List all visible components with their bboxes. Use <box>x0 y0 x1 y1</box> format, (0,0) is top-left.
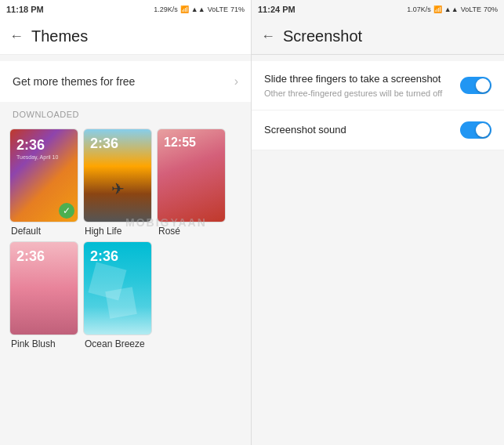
right-time: 11:24 PM <box>258 5 296 14</box>
plane-icon: ✈ <box>111 179 125 198</box>
wifi-icon-left: 📶 <box>180 5 189 13</box>
themes-grid: ✓ Default ✈ High Life Rosé Pink Blush <box>0 124 251 354</box>
theme-item-highlife[interactable]: ✈ High Life <box>83 128 152 237</box>
settings-list: Slide three fingers to take a screenshot… <box>252 61 504 150</box>
page-title-left: Themes <box>31 27 88 45</box>
volte-left: VoLTE <box>208 5 228 13</box>
signal-icon-left: ▲▲ <box>191 5 205 13</box>
theme-item-rose[interactable]: Rosé <box>157 128 226 237</box>
get-more-label: Get more themes for free <box>13 75 135 88</box>
theme-thumb-default: ✓ <box>9 128 78 222</box>
setting-text-screenshot-sound: Screenshot sound <box>264 123 460 137</box>
theme-check-default: ✓ <box>59 203 74 219</box>
setting-title-three-finger: Slide three fingers to take a screenshot <box>264 72 451 86</box>
theme-name-rose: Rosé <box>157 226 180 237</box>
setting-title-screenshot-sound: Screenshot sound <box>264 123 451 137</box>
theme-name-oceanbreeze: Ocean Breeze <box>83 338 145 349</box>
section-label-downloaded: DOWNLOADED <box>0 102 251 124</box>
theme-thumb-pinkblush <box>9 241 78 335</box>
status-bar-left: 11:18 PM 1.29K/s 📶 ▲▲ VoLTE 71% <box>0 0 251 19</box>
theme-thumb-rose <box>157 128 226 222</box>
theme-thumb-highlife: ✈ <box>83 128 152 222</box>
setting-row-screenshot-sound[interactable]: Screenshot sound <box>252 110 504 150</box>
back-button-right[interactable]: ← <box>261 28 275 45</box>
wifi-icon-right: 📶 <box>433 5 442 13</box>
header-right: ← Screenshot <box>252 19 504 55</box>
status-bar-right: 11:24 PM 1.07K/s 📶 ▲▲ VoLTE 70% <box>252 0 504 19</box>
volte-right: VoLTE <box>461 5 481 13</box>
get-more-themes-row[interactable]: Get more themes for free › <box>0 61 251 102</box>
toggle-screenshot-sound[interactable] <box>460 121 491 139</box>
left-panel: 11:18 PM 1.29K/s 📶 ▲▲ VoLTE 71% ← Themes… <box>0 0 252 445</box>
battery-left: 71% <box>230 5 245 13</box>
page-title-right: Screenshot <box>283 27 362 45</box>
theme-name-pinkblush: Pink Blush <box>9 338 56 349</box>
left-status-icons: 1.29K/s 📶 ▲▲ VoLTE 71% <box>154 5 245 13</box>
theme-name-default: Default <box>9 226 41 237</box>
right-status-icons: 1.07K/s 📶 ▲▲ VoLTE 70% <box>407 5 498 13</box>
network-speed-right: 1.07K/s <box>407 5 431 13</box>
theme-thumb-oceanbreeze <box>83 241 152 335</box>
signal-icon-right: ▲▲ <box>444 5 459 13</box>
setting-text-three-finger: Slide three fingers to take a screenshot… <box>264 72 460 99</box>
header-left: ← Themes <box>0 19 251 55</box>
toggle-three-finger[interactable] <box>460 77 491 94</box>
right-panel: 11:24 PM 1.07K/s 📶 ▲▲ VoLTE 70% ← Screen… <box>252 0 504 445</box>
theme-item-oceanbreeze[interactable]: Ocean Breeze <box>83 241 152 349</box>
network-speed-left: 1.29K/s <box>154 5 178 13</box>
theme-name-highlife: High Life <box>83 226 121 237</box>
back-button-left[interactable]: ← <box>9 28 24 45</box>
left-time: 11:18 PM <box>6 5 44 14</box>
battery-right: 70% <box>484 5 498 13</box>
setting-subtitle-three-finger: Other three-fingered gestures will be tu… <box>264 88 451 99</box>
theme-item-default[interactable]: ✓ Default <box>9 128 78 237</box>
setting-row-three-finger[interactable]: Slide three fingers to take a screenshot… <box>252 61 504 110</box>
chevron-right-icon: › <box>234 74 238 89</box>
theme-item-pinkblush[interactable]: Pink Blush <box>9 241 78 349</box>
